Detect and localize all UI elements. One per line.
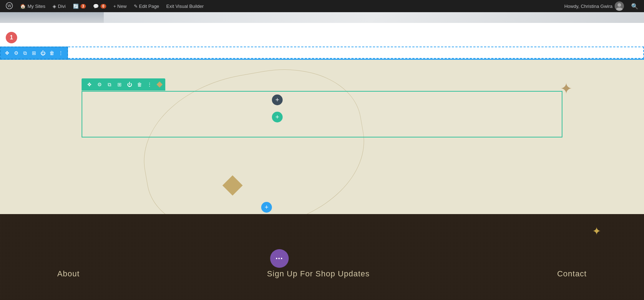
updates-icon: 🔄 bbox=[73, 4, 79, 9]
updates-button[interactable]: 🔄 3 bbox=[70, 0, 89, 12]
divi-button[interactable]: ◈ Divi bbox=[50, 0, 69, 12]
module-clone-button[interactable]: ⧉ bbox=[105, 80, 114, 89]
green-module-toolbar: ✥ ⚙ ⧉ ⊞ ⏻ 🗑 ⋮ bbox=[82, 78, 482, 91]
green-diamond-icon bbox=[157, 82, 163, 88]
blue-row-toolbar[interactable]: ✥ ⚙ ⧉ ⊞ ⏻ 🗑 ⋮ bbox=[0, 47, 68, 59]
green-toolbar-buttons: ✥ ⚙ ⧉ ⊞ ⏻ 🗑 ⋮ bbox=[82, 78, 165, 91]
add-section-bottom-button[interactable]: + bbox=[261, 202, 272, 213]
row-settings-button[interactable]: ⚙ bbox=[13, 49, 20, 57]
avatar bbox=[615, 1, 624, 11]
row-power-button[interactable]: ⏻ bbox=[39, 49, 47, 57]
footer-star-icon: ✦ bbox=[592, 225, 601, 237]
module-settings-button[interactable]: ⚙ bbox=[95, 80, 104, 89]
divi-icon: ◈ bbox=[53, 4, 56, 9]
row-clone-button[interactable]: ⧉ bbox=[21, 49, 29, 57]
add-module-bottom-button[interactable]: + bbox=[272, 112, 283, 122]
footer-nav: About Sign Up For Shop Updates Contact bbox=[0, 269, 644, 279]
exit-visual-builder-button[interactable]: Exit Visual Builder bbox=[164, 0, 207, 12]
contact-label: Contact bbox=[557, 269, 587, 278]
footer-contact-link[interactable]: Contact bbox=[557, 269, 587, 279]
svg-point-2 bbox=[618, 3, 621, 7]
my-sites-button[interactable]: 🏠 My Sites bbox=[17, 0, 48, 12]
house-icon: 🏠 bbox=[20, 4, 26, 9]
module-more-button[interactable]: ⋮ bbox=[145, 80, 154, 89]
row-grid-button[interactable]: ⊞ bbox=[30, 49, 38, 57]
add-module-top-button[interactable]: + bbox=[272, 95, 283, 105]
footer-about-link[interactable]: About bbox=[57, 269, 80, 279]
about-label: About bbox=[57, 269, 80, 278]
comments-count: 0 bbox=[101, 4, 106, 9]
divi-label: Divi bbox=[58, 4, 66, 9]
top-image-strip bbox=[0, 12, 644, 23]
wp-icon: W bbox=[6, 2, 13, 10]
admin-bar: W 🏠 My Sites ◈ Divi 🔄 3 💬 0 + New ✎ Edit… bbox=[0, 0, 644, 12]
row-more-button[interactable]: ⋮ bbox=[57, 49, 64, 57]
main-content: 1 ✥ ⚙ ⧉ ⊞ ⏻ 🗑 ⋮ ✦ ✥ ⚙ ⧉ ⊞ ⏻ 🗑 ⋮ bbox=[0, 12, 644, 300]
my-sites-label: My Sites bbox=[28, 4, 45, 9]
svg-point-3 bbox=[616, 8, 623, 11]
module-move-button[interactable]: ✥ bbox=[85, 80, 94, 89]
comments-button[interactable]: 💬 0 bbox=[90, 0, 109, 12]
svg-text:W: W bbox=[8, 4, 11, 8]
section-number-badge: 1 bbox=[6, 32, 17, 43]
green-module-box[interactable] bbox=[82, 91, 562, 137]
footer-signup-link[interactable]: Sign Up For Shop Updates bbox=[267, 269, 370, 279]
diamond-decoration bbox=[223, 175, 243, 196]
new-label: + New bbox=[113, 4, 127, 9]
howdy-button[interactable]: Howdy, Christina Gwira bbox=[561, 0, 627, 12]
badge-number: 1 bbox=[10, 34, 13, 41]
row-trash-button[interactable]: 🗑 bbox=[48, 49, 55, 57]
footer-section: ✦ About Sign Up For Shop Updates Contact bbox=[0, 214, 644, 300]
top-image-left bbox=[0, 12, 104, 23]
module-trash-button[interactable]: 🗑 bbox=[135, 80, 144, 89]
new-button[interactable]: + New bbox=[111, 0, 130, 12]
comments-icon: 💬 bbox=[93, 4, 99, 9]
updates-count: 3 bbox=[80, 4, 86, 9]
wp-logo-button[interactable]: W bbox=[3, 0, 16, 12]
purple-options-button[interactable] bbox=[270, 249, 289, 268]
search-button[interactable]: 🔍 bbox=[628, 0, 641, 12]
admin-bar-right: Howdy, Christina Gwira 🔍 bbox=[561, 0, 641, 12]
howdy-text: Howdy, Christina Gwira bbox=[564, 4, 613, 9]
row-move-button[interactable]: ✥ bbox=[4, 49, 11, 57]
exit-visual-builder-label: Exit Visual Builder bbox=[166, 4, 204, 9]
edit-page-button[interactable]: ✎ Edit Page bbox=[131, 0, 162, 12]
module-grid-button[interactable]: ⊞ bbox=[115, 80, 124, 89]
edit-page-label: ✎ Edit Page bbox=[134, 4, 159, 9]
top-image-right bbox=[104, 12, 644, 23]
blue-selection-border bbox=[0, 47, 644, 59]
signup-label: Sign Up For Shop Updates bbox=[267, 269, 370, 278]
module-power-button[interactable]: ⏻ bbox=[125, 80, 134, 89]
